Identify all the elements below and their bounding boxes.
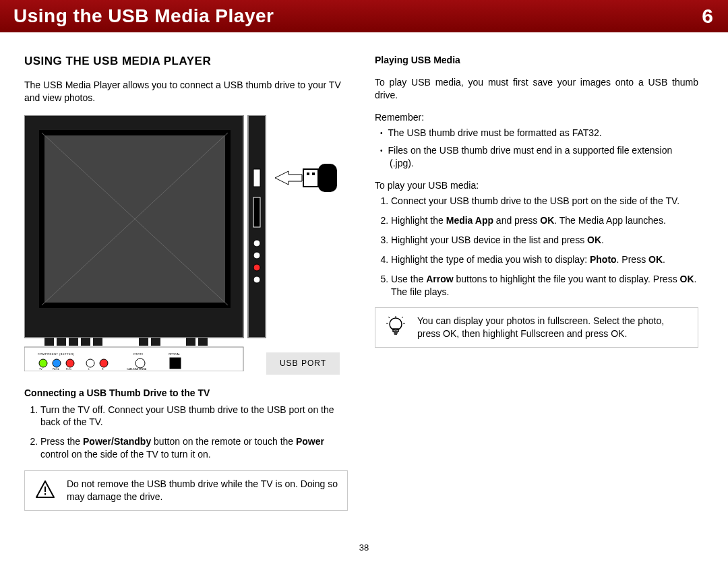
- list-item: Connect your USB thumb drive to the USB …: [391, 195, 698, 208]
- chapter-number: 6: [702, 5, 713, 28]
- intro-paragraph: The USB Media Player allows you to conne…: [24, 79, 348, 104]
- svg-point-19: [66, 359, 74, 367]
- svg-text:DTV/TV: DTV/TV: [133, 352, 144, 356]
- svg-rect-11: [186, 338, 195, 346]
- tv-usb-illustration: COMPONENT (BETTER) DTV/TV OPTICAL TV Pb/…: [24, 115, 340, 375]
- svg-point-34: [253, 252, 260, 259]
- tip-callout: You can display your photos in fullscree…: [375, 307, 698, 348]
- warning-icon: [33, 478, 57, 502]
- list-item: Highlight your USB device in the list an…: [391, 234, 698, 247]
- usb-stick-icon: [303, 164, 337, 192]
- svg-rect-12: [198, 338, 208, 346]
- tip-text: You can display your photos in fullscree…: [417, 315, 690, 340]
- connect-heading: Connecting a USB Thumb Drive to the TV: [24, 387, 348, 400]
- svg-rect-43: [44, 487, 46, 492]
- svg-rect-8: [93, 338, 102, 346]
- svg-rect-38: [303, 169, 318, 187]
- svg-rect-9: [139, 338, 148, 346]
- usb-port-label: USB PORT: [266, 352, 340, 374]
- svg-point-36: [253, 276, 260, 283]
- play-steps-label: To play your USB media:: [375, 179, 698, 192]
- svg-text:Pr/Cr: Pr/Cr: [66, 368, 72, 371]
- list-item: Use the Arrow buttons to highlight the f…: [391, 273, 698, 299]
- svg-point-22: [135, 358, 145, 368]
- section-heading: USING THE USB MEDIA PLAYER: [24, 54, 348, 69]
- svg-rect-41: [318, 164, 337, 192]
- connect-steps: Turn the TV off. Connect your USB thumb …: [24, 404, 348, 462]
- svg-point-20: [86, 359, 94, 367]
- svg-point-33: [253, 240, 260, 247]
- svg-text:Pb/Cb: Pb/Cb: [53, 368, 59, 371]
- svg-point-18: [53, 359, 61, 367]
- svg-line-52: [402, 317, 403, 318]
- svg-text:TV: TV: [39, 368, 42, 371]
- svg-rect-40: [312, 173, 315, 175]
- svg-text:CABLE/ANTENNA: CABLE/ANTENNA: [127, 368, 147, 371]
- warning-text: Do not remove the USB thumb drive while …: [67, 478, 339, 503]
- svg-rect-4: [44, 338, 54, 346]
- svg-text:OPTICAL: OPTICAL: [169, 352, 181, 356]
- svg-text:COMPONENT (BETTER): COMPONENT (BETTER): [38, 352, 75, 356]
- play-steps: Connect your USB thumb drive to the USB …: [375, 195, 698, 298]
- remember-label: Remember:: [375, 111, 698, 124]
- svg-rect-32: [253, 197, 260, 227]
- svg-rect-10: [151, 338, 160, 346]
- svg-text:L: L: [88, 368, 90, 371]
- svg-rect-6: [69, 338, 78, 346]
- svg-point-21: [100, 359, 108, 367]
- svg-rect-39: [307, 173, 309, 175]
- svg-marker-37: [275, 171, 302, 185]
- left-column: USING THE USB MEDIA PLAYER The USB Media…: [24, 54, 348, 511]
- svg-point-17: [39, 359, 47, 367]
- svg-rect-5: [57, 338, 66, 346]
- list-item: Highlight the Media App and press OK. Th…: [391, 214, 698, 227]
- list-item: Press the Power/Standby button on the re…: [40, 435, 348, 461]
- svg-line-51: [388, 317, 390, 318]
- svg-rect-44: [44, 493, 46, 495]
- svg-rect-7: [81, 338, 90, 346]
- right-column: Playing USB Media To play USB media, you…: [375, 54, 698, 511]
- svg-rect-23: [170, 358, 181, 369]
- page-body: USING THE USB MEDIA PLAYER The USB Media…: [0, 32, 728, 511]
- svg-point-35: [253, 264, 260, 271]
- list-item: The USB thumb drive must be formatted as…: [390, 127, 698, 139]
- play-intro: To play USB media, you must first save y…: [375, 76, 698, 102]
- lightbulb-icon: [384, 315, 408, 339]
- tv-usb-svg: COMPONENT (BETTER) DTV/TV OPTICAL TV Pb/…: [24, 115, 340, 371]
- remember-list: The USB thumb drive must be formatted as…: [375, 127, 698, 170]
- warning-callout: Do not remove the USB thumb drive while …: [24, 470, 348, 511]
- list-item: Highlight the type of media you wish to …: [391, 253, 698, 266]
- chapter-title: Using the USB Media Player: [13, 5, 274, 27]
- list-item: Files on the USB thumb drive must end in…: [390, 144, 698, 170]
- svg-rect-31: [253, 169, 260, 187]
- chapter-header: Using the USB Media Player 6: [0, 0, 728, 32]
- play-heading: Playing USB Media: [375, 54, 698, 67]
- list-item: Turn the TV off. Connect your USB thumb …: [40, 404, 348, 429]
- page-number: 38: [0, 542, 728, 553]
